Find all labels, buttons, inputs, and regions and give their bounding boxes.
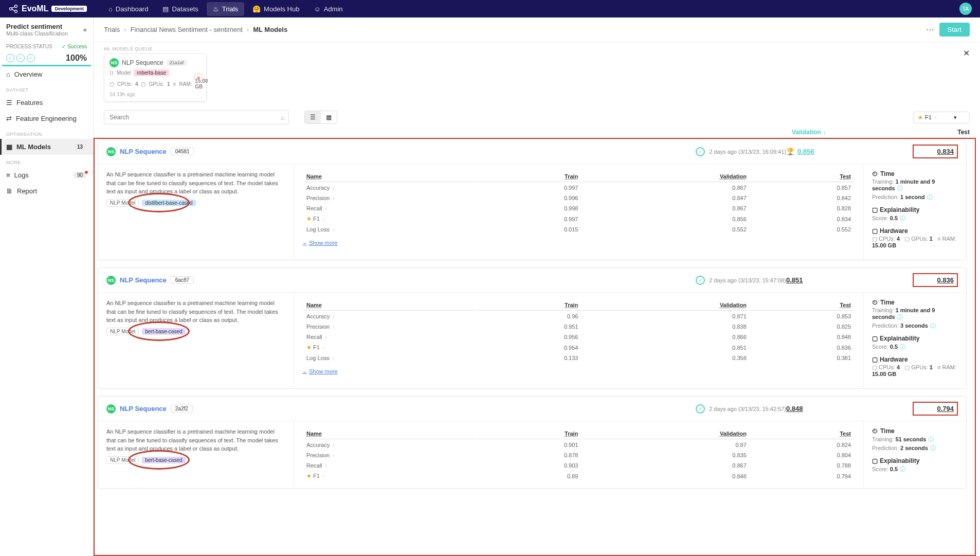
model-description: An NLP sequence classifier is a pretrain… — [106, 170, 285, 196]
check-icon: ✓ — [27, 54, 35, 62]
gpu-icon: ▢ — [141, 81, 146, 87]
admin-icon: ☺ — [314, 5, 320, 13]
star-icon: ★ — [306, 344, 312, 350]
nav-datasets[interactable]: ▤Datasets — [156, 2, 204, 16]
svg-point-0 — [10, 8, 12, 10]
progress-percent: 100% — [66, 53, 87, 63]
model-card: NS NLP Sequence 2a2f2 ✓ 2 days ago (3/13… — [98, 396, 967, 489]
metrics-table: NameTrainValidationTest Accuracy ↑0.960.… — [302, 299, 855, 364]
card-header[interactable]: NS NLP Sequence 6ac87 ✓ 2 days ago (3/13… — [98, 268, 966, 293]
info-icon[interactable]: ⓘ — [928, 436, 934, 442]
sort-select[interactable]: ★ F1 ↑ ▾ — [913, 112, 970, 123]
hub-icon: 🤗 — [252, 5, 261, 13]
ram-icon: ≡ — [173, 81, 176, 87]
sidebar-item-ml-models[interactable]: ▦ML Models13 — [0, 139, 93, 155]
model-pill: roberta-base — [134, 69, 169, 76]
svg-point-1 — [15, 5, 17, 8]
star-icon: ★ — [306, 473, 312, 479]
model-card: NS NLP Sequence 04581 ✓ 2 days ago (3/13… — [98, 139, 967, 260]
info-icon[interactable]: ⓘ — [900, 466, 905, 472]
ns-badge-icon: NS — [106, 276, 116, 285]
logo-icon — [8, 4, 19, 14]
models-count: 13 — [73, 144, 87, 150]
time-icon: ⏲ — [872, 427, 878, 435]
chevron-right-icon: › — [247, 26, 249, 33]
close-queue-icon[interactable]: ✕ — [963, 48, 970, 58]
trial-title: Predict sentiment — [6, 23, 68, 30]
cpu-icon: ▢ — [110, 81, 114, 87]
brand-name: EvoML — [22, 4, 48, 13]
sidebar-item-report[interactable]: 🗎Report — [0, 183, 93, 199]
logs-icon: ≡ — [6, 171, 10, 179]
queue-title: NLP Sequence — [122, 59, 164, 66]
star-icon: ★ — [306, 216, 312, 222]
info-icon[interactable]: ⓘ — [900, 215, 905, 221]
validation-score[interactable]: 0.848 — [786, 405, 913, 412]
model-hash: 6ac87 — [171, 276, 194, 284]
sidebar-item-feature-eng[interactable]: ⇄Feature Engineering — [0, 111, 93, 127]
search-input[interactable] — [104, 110, 289, 124]
validation-score[interactable]: 0.851 — [786, 276, 913, 284]
status-success-icon: ✓ — [696, 276, 705, 285]
nav-models-hub[interactable]: 🤗Models Hub — [246, 2, 305, 16]
sidebar-item-logs[interactable]: ≡Logs90 — [0, 167, 93, 183]
start-button[interactable]: Start — [939, 23, 970, 37]
card-header[interactable]: NS NLP Sequence 04581 ✓ 2 days ago (3/13… — [98, 139, 966, 164]
info-icon[interactable]: ⓘ — [897, 314, 903, 320]
base-model-pill: distilbert-base-cased — [142, 200, 195, 206]
nav-admin[interactable]: ☺Admin — [307, 2, 349, 16]
show-more-link[interactable]: ⌄ Show more — [302, 368, 855, 374]
home-icon: ⌂ — [108, 5, 113, 13]
nlp-model-label: NLP Model — [106, 199, 139, 207]
card-header[interactable]: NS NLP Sequence 2a2f2 ✓ 2 days ago (3/13… — [98, 397, 966, 421]
crumb-trial-name[interactable]: Financial News Sentiment - sentiment — [131, 26, 243, 33]
section-dataset: DATASET — [0, 82, 93, 95]
collapse-sidebar-icon[interactable]: « — [83, 26, 87, 33]
queue-hash: 21a1af — [167, 60, 187, 66]
explainability-icon: ▢ — [872, 335, 878, 342]
list-view-toggle[interactable]: ☰ — [305, 111, 321, 123]
chevron-down-icon: ▾ — [954, 114, 957, 121]
test-score[interactable]: 0.794 — [913, 402, 958, 416]
code-icon: ⟨⟩ — [110, 70, 114, 76]
dataset-icon: ▤ — [162, 5, 169, 13]
model-title: NLP Sequence — [120, 405, 167, 412]
metrics-table: NameTrainValidationTest Accuracy ↑0.9010… — [302, 427, 855, 482]
sidebar-item-features[interactable]: ☰Features — [0, 95, 93, 111]
avatar[interactable]: TA — [959, 3, 972, 15]
sidebar-item-overview[interactable]: ⌂Overview — [0, 66, 93, 82]
breadcrumb: Trials › Financial News Sentiment - sent… — [104, 26, 287, 33]
remove-queue-icon[interactable]: ✕ — [194, 73, 203, 82]
trial-subtitle: Multi-class Classification — [6, 30, 68, 37]
more-menu-icon[interactable]: ⋯ — [926, 25, 934, 34]
nav-dashboard[interactable]: ⌂Dashboard — [102, 2, 154, 16]
model-list[interactable]: NS NLP Sequence 04581 ✓ 2 days ago (3/13… — [94, 138, 976, 556]
test-score[interactable]: 0.836 — [913, 273, 958, 287]
info-icon[interactable]: ⓘ — [930, 322, 936, 329]
info-icon[interactable]: ⓘ — [900, 344, 905, 350]
logo: EvoML Development — [8, 4, 87, 14]
trophy-icon: 🏆 — [786, 148, 794, 155]
validation-score[interactable]: 🏆0.856 — [786, 148, 913, 155]
chevron-right-icon: › — [124, 26, 126, 33]
info-icon[interactable]: ⓘ — [927, 194, 933, 200]
show-more-link[interactable]: ⌄ Show more — [302, 239, 855, 246]
report-icon: 🗎 — [6, 187, 13, 195]
star-icon: ★ — [918, 114, 923, 121]
crumb-current: ML Models — [253, 26, 287, 33]
info-icon[interactable]: ⓘ — [930, 445, 936, 451]
chevron-down-icon: ⌄ — [302, 239, 307, 246]
nav-trials[interactable]: ♨Trials — [207, 2, 244, 16]
info-icon[interactable]: ⓘ — [897, 185, 903, 191]
validation-sort-header[interactable]: Validation ↓ — [792, 129, 918, 136]
test-score[interactable]: 0.834 — [913, 145, 958, 158]
test-sort-header[interactable]: Test — [918, 129, 970, 136]
svg-point-2 — [15, 10, 17, 13]
queue-section: ML MODELS QUEUE NS NLP Sequence 21a1af ⟨… — [94, 42, 980, 106]
time-icon: ⏲ — [872, 299, 878, 306]
grid-view-toggle[interactable]: ▦ — [321, 111, 337, 123]
crumb-trials[interactable]: Trials — [104, 26, 120, 33]
model-timestamp: 2 days ago (3/13/23, 15:42:57) — [709, 406, 786, 412]
model-timestamp: 2 days ago (3/13/23, 16:09:41) — [709, 149, 786, 155]
model-title: NLP Sequence — [120, 276, 167, 284]
